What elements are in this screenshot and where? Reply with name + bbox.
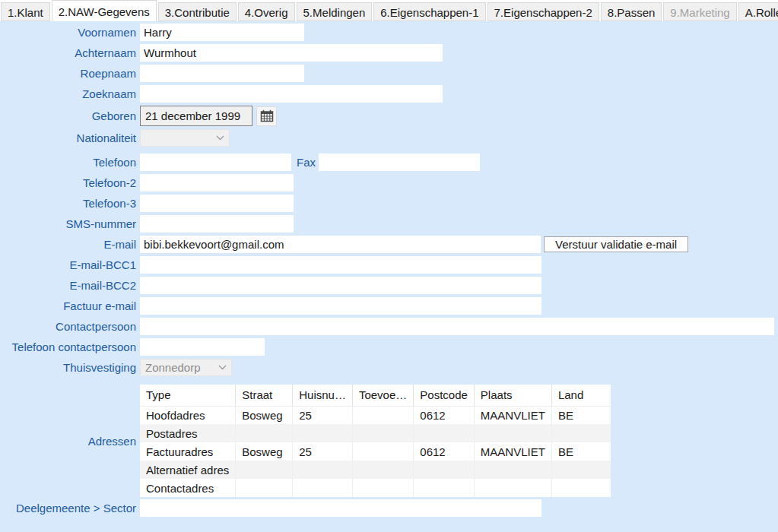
- adressen-table-cell[interactable]: Factuuradres: [140, 442, 236, 461]
- email-label: E-mail: [0, 238, 140, 251]
- tab-2-naw-gegevens[interactable]: 2.NAW-Gegevens: [52, 0, 157, 21]
- telefoon3-input[interactable]: [140, 195, 294, 212]
- adressen-table-cell[interactable]: [293, 461, 353, 479]
- adressen-table-cell[interactable]: 0612: [414, 442, 475, 461]
- voornamen-input[interactable]: [140, 24, 304, 41]
- email-bcc2-input[interactable]: [140, 277, 541, 294]
- adressen-row: Adressen TypeStraatHuisnu…Toevoe…Postcod…: [0, 385, 778, 497]
- naw-form: Voornamen Achternaam Roepnaam Zoeknaam G…: [0, 21, 778, 517]
- telefoon2-input[interactable]: [140, 174, 294, 192]
- adressen-table-cell[interactable]: 0612: [414, 406, 475, 424]
- adressen-table-cell[interactable]: [352, 461, 413, 479]
- adressen-table-cell[interactable]: [352, 442, 413, 461]
- adressen-column-header[interactable]: Type: [140, 385, 236, 406]
- adressen-table-cell[interactable]: Postadres: [140, 424, 236, 442]
- chevron-down-icon: [216, 135, 224, 141]
- fax-input[interactable]: [319, 154, 480, 171]
- email-bcc1-label: E-mail-BCC1: [0, 258, 140, 271]
- adressen-table-cell[interactable]: MAANVLIET: [474, 442, 551, 461]
- tab-6-eigenschappen-1[interactable]: 6.Eigenschappen-1: [373, 2, 485, 21]
- contactpersoon-input[interactable]: [140, 318, 774, 335]
- adressen-table-row[interactable]: Postadres: [140, 424, 611, 442]
- adressen-table-cell[interactable]: [293, 424, 353, 442]
- adressen-table-cell[interactable]: [414, 424, 475, 442]
- tab-7-eigenschappen-2[interactable]: 7.Eigenschappen-2: [487, 2, 599, 21]
- deelgemeente-row: Deelgemeente > Sector: [0, 499, 778, 517]
- adressen-table-cell[interactable]: Hoofdadres: [140, 406, 236, 424]
- contactpersoon-label: Contactpersoon: [0, 320, 140, 333]
- adressen-table-cell[interactable]: [236, 479, 293, 497]
- adressen-column-header[interactable]: Straat: [236, 385, 293, 406]
- deelgemeente-sector-input[interactable]: [140, 499, 541, 517]
- adressen-column-header[interactable]: Huisnu…: [293, 385, 353, 406]
- calendar-button[interactable]: [256, 106, 277, 126]
- adressen-column-header[interactable]: Land: [551, 385, 611, 406]
- adressen-table-cell[interactable]: [474, 461, 551, 479]
- adressen-table-cell[interactable]: [293, 479, 353, 497]
- adressen-table-cell[interactable]: Alternatief adres: [140, 461, 236, 479]
- tab-5-meldingen[interactable]: 5.Meldingen: [297, 2, 373, 21]
- adressen-table-cell[interactable]: Bosweg: [236, 442, 293, 461]
- sms-nummer-row: SMS-nummer: [0, 215, 778, 233]
- adressen-table-row[interactable]: Contactadres: [140, 479, 611, 497]
- tab-1-klant[interactable]: 1.Klant: [1, 2, 50, 21]
- email-bcc2-row: E-mail-BCC2: [0, 277, 778, 294]
- adressen-table-cell[interactable]: [352, 406, 413, 424]
- nationaliteit-label: Nationaliteit: [0, 131, 140, 144]
- adressen-table-cell[interactable]: [236, 424, 293, 442]
- adressen-table-cell[interactable]: BE: [551, 406, 611, 424]
- nationaliteit-row: Nationaliteit: [0, 129, 778, 147]
- adressen-column-header[interactable]: Toevoe…: [352, 385, 413, 406]
- roepnaam-input[interactable]: [140, 65, 304, 82]
- adressen-table-cell[interactable]: [352, 424, 413, 442]
- telefoon-contactpersoon-input[interactable]: [140, 338, 265, 356]
- adressen-table-row[interactable]: FactuuradresBosweg250612MAANVLIETBE: [140, 442, 611, 461]
- achternaam-row: Achternaam: [0, 44, 778, 62]
- adressen-table-cell[interactable]: Contactadres: [140, 479, 236, 497]
- adressen-table-cell[interactable]: [236, 461, 293, 479]
- adressen-table-cell[interactable]: [474, 424, 551, 442]
- adressen-table-cell[interactable]: [551, 461, 611, 479]
- email-bcc1-input[interactable]: [140, 256, 541, 274]
- thuisvestiging-select: Zonnedorp: [140, 359, 232, 376]
- nationaliteit-select: [140, 129, 230, 147]
- factuur-email-label: Factuur e-mail: [0, 299, 140, 312]
- adressen-table-row[interactable]: HoofdadresBosweg250612MAANVLIETBE: [140, 406, 611, 424]
- adressen-table-cell[interactable]: [352, 479, 413, 497]
- tab-3-contributie[interactable]: 3.Contributie: [158, 2, 237, 21]
- adressen-table-cell[interactable]: [551, 479, 611, 497]
- achternaam-label: Achternaam: [0, 46, 140, 59]
- tab-9-marketing: 9.Marketing: [663, 2, 736, 21]
- tab-8-passen[interactable]: 8.Passen: [601, 2, 662, 21]
- telefoon-input[interactable]: [140, 154, 291, 171]
- zoeknaam-row: Zoeknaam: [0, 85, 778, 103]
- adressen-table-cell[interactable]: [414, 479, 475, 497]
- adressen-table-cell[interactable]: [474, 479, 551, 497]
- sms-nummer-input[interactable]: [140, 215, 294, 233]
- adressen-table-row[interactable]: Alternatief adres: [140, 461, 611, 479]
- adressen-table-cell[interactable]: BE: [551, 442, 611, 461]
- zoeknaam-input[interactable]: [140, 85, 443, 103]
- tab-4-overig[interactable]: 4.Overig: [238, 2, 295, 21]
- email-input[interactable]: [140, 236, 541, 253]
- adressen-column-header[interactable]: Plaats: [474, 385, 551, 406]
- geboren-label: Geboren: [0, 109, 140, 122]
- adressen-table-cell[interactable]: 25: [293, 406, 353, 424]
- zoeknaam-label: Zoeknaam: [0, 87, 140, 100]
- email-row: E-mail Verstuur validatie e-mail: [0, 236, 778, 253]
- adressen-table-cell[interactable]: [551, 424, 611, 442]
- geboren-input[interactable]: [140, 106, 252, 126]
- calendar-icon: [260, 109, 274, 122]
- verstuur-validatie-email-button[interactable]: Verstuur validatie e-mail: [544, 236, 688, 252]
- adressen-table-cell[interactable]: [414, 461, 475, 479]
- telefoon2-row: Telefoon-2: [0, 174, 778, 192]
- adressen-table-cell[interactable]: 25: [293, 442, 353, 461]
- achternaam-input[interactable]: [140, 44, 443, 62]
- adressen-table-cell[interactable]: MAANVLIET: [474, 406, 551, 424]
- telefoon2-label: Telefoon-2: [0, 176, 140, 189]
- tab-a-rollen[interactable]: A.Rollen: [738, 2, 778, 21]
- adressen-table-cell[interactable]: Bosweg: [236, 406, 293, 424]
- factuur-email-input[interactable]: [140, 297, 541, 315]
- adressen-label: Adressen: [0, 435, 140, 448]
- adressen-column-header[interactable]: Postcode: [414, 385, 475, 406]
